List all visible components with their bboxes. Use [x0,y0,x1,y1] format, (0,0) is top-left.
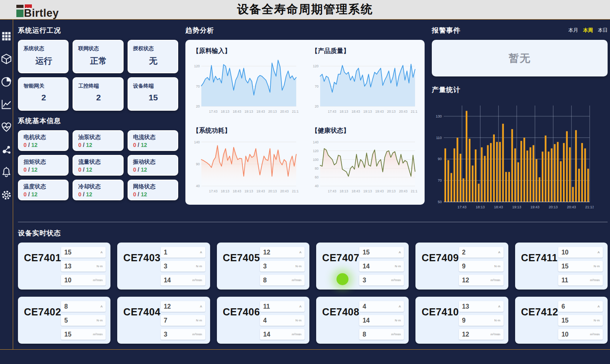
info-card: 流量状态0 / 12 [73,155,123,176]
gear-icon[interactable] [0,189,13,202]
svg-text:17:43: 17:43 [328,110,336,114]
metric-value: 9 [462,317,466,324]
svg-text:21:13: 21:13 [292,189,299,193]
metric-value: 6 [561,303,565,310]
device-metric: 4A [359,301,404,312]
svg-text:19:43: 19:43 [375,189,384,193]
health-status-chart-svg: 14012010080604017:4318:1318:4319:1319:43… [311,136,417,199]
info-count-current: 0 [78,166,81,173]
info-count-total: 12 [86,142,92,148]
device-metric: 10A [558,247,603,258]
device-metrics: 13A9N·m12m³/min [459,301,504,340]
status-card-value: 正常 [78,55,118,67]
right-column: 报警事件 本月本周本日 暂无 产量统计 50709011013017:4318:… [432,23,608,219]
device-metric: 15A [61,247,106,258]
info-count-slash: / [136,142,141,148]
device-metric: 9N·m [459,315,504,326]
device-card-CE7409[interactable]: CE74092A9N·m12m³/min [415,243,508,290]
pie-chart-icon[interactable] [0,75,13,88]
bell-icon[interactable] [0,166,13,179]
alarm-title: 报警事件 [432,26,460,35]
metric-unit: N·m [594,264,600,268]
alarm-tab-本周[interactable]: 本周 [583,27,593,34]
metric-value: 8 [263,277,267,284]
svg-text:20:43: 20:43 [280,110,289,114]
device-metric: 14m³/min [161,275,205,286]
info-count-total: 12 [31,191,37,198]
metric-value: 10 [561,249,569,256]
metric-unit: N·m [196,319,202,322]
alarm-tab-本月[interactable]: 本月 [568,27,578,34]
svg-text:40: 40 [315,184,319,188]
metric-value: 15 [64,249,71,256]
metric-value: 14 [164,277,171,284]
device-card-CE7405[interactable]: CE740512A3N·m8m³/min [217,243,309,290]
info-card-label: 网络状态 [133,183,173,190]
device-metric: 3m³/min [161,329,205,340]
metric-value: 15 [561,317,569,324]
devices-title: 设备实时状态 [18,229,608,238]
device-card-CE7410[interactable]: CE741013A9N·m12m³/min [415,297,508,344]
molecule-icon[interactable] [0,143,13,156]
metric-value: 2 [462,249,466,256]
device-metric: 8A [61,301,106,312]
device-metric: 5N·m [61,315,106,326]
device-card-CE7403[interactable]: CE74031A3N·m14m³/min [117,243,210,290]
metric-unit: m³/min [490,333,500,336]
metric-unit: m³/min [93,278,102,282]
device-card-CE7404[interactable]: CE740412A7N·m3m³/min [117,297,210,344]
device-metric: 15A [359,247,404,258]
device-metric: 13A [459,301,504,312]
metric-unit: m³/min [490,278,500,282]
device-metric: 3m³/min [359,275,404,286]
system-info-grid: 电机状态0 / 12油泵状态0 / 12电流状态0 / 12扭矩状态0 / 12… [18,130,178,200]
device-card-CE7412[interactable]: CE74126A15N·m10m³/min [515,297,608,344]
health-monitor-icon[interactable] [0,121,13,133]
status-card-value: 2 [24,93,64,102]
svg-text:90: 90 [438,157,442,161]
info-count-total: 12 [86,166,92,173]
device-card-CE7408[interactable]: CE74084A14N·m8m³/min [316,297,409,344]
svg-text:90: 90 [196,162,200,166]
info-count-slash: / [136,191,141,198]
device-card-CE7402[interactable]: CE74028A5N·m15m³/min [18,297,110,344]
device-card-CE7401[interactable]: CE740115A13N·m10m³/min [18,243,110,290]
metric-unit: N·m [395,264,401,268]
chart-power-consumption-title: 【系统功耗】 [193,127,299,135]
info-count-slash: / [81,191,86,198]
status-card-label: 设备终端 [133,82,173,90]
svg-text:140: 140 [194,140,200,144]
device-card-CE7406[interactable]: CE740611A4N·m14m³/min [217,297,309,344]
device-metric: 3N·m [260,261,305,272]
svg-text:20: 20 [196,104,200,108]
line-chart-icon[interactable] [0,98,13,111]
metric-unit: m³/min [292,333,301,336]
svg-text:20:13: 20:13 [549,205,558,209]
system-status-grid: 系统状态运行联网状态正常授权状态无智能网关2工控终端2设备终端15 [18,40,178,111]
device-metric: 13N·m [61,261,106,272]
info-card: 振动状态0 / 12 [128,155,178,176]
alarm-tab-本日[interactable]: 本日 [598,27,608,34]
metric-unit: A [598,250,600,254]
metric-value: 12 [263,249,270,256]
cube-icon[interactable] [0,53,13,65]
device-metrics: 11A4N·m14m³/min [260,301,305,340]
svg-text:18:13: 18:13 [476,205,485,209]
device-name: CE7408 [322,306,359,340]
device-metric: 15N·m [558,261,603,272]
device-card-CE7411[interactable]: CE741110A15N·m11m³/min [515,243,608,290]
svg-text:18:13: 18:13 [340,110,348,114]
device-name: CE7412 [521,306,558,340]
device-card-CE7407[interactable]: CE740715A14N·m3m³/min [316,243,409,290]
svg-text:19:13: 19:13 [512,205,521,209]
metric-unit: N·m [295,264,301,268]
info-card-count: 0 / 12 [78,191,118,198]
power-consumption-chart-svg: 140904017:4318:1318:4319:1319:4320:1320:… [192,136,299,199]
info-card-label: 电流状态 [133,134,173,141]
grid-menu-icon[interactable] [0,30,13,43]
svg-text:18:43: 18:43 [352,189,360,193]
app-header: Birtley 设备全寿命周期管理系统 [0,0,610,19]
svg-text:19:43: 19:43 [256,110,265,114]
chart-production-output: 50709011013017:4318:1318:4319:1319:4320:… [432,99,608,216]
devices-grid: CE740115A13N·m10m³/minCE74031A3N·m14m³/m… [18,243,608,344]
